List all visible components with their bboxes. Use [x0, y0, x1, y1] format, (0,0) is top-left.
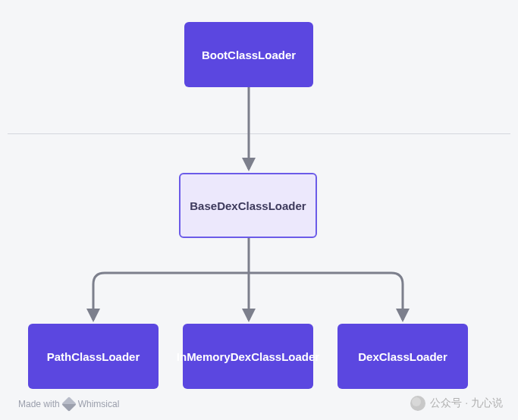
node-inmemorydexclassloader: InMemoryDexClassLoader — [183, 324, 313, 389]
node-pathclassloader: PathClassLoader — [28, 324, 159, 389]
brand-label: Whimsical — [78, 399, 120, 409]
wechat-icon — [410, 396, 425, 411]
made-with-label: Made with — [18, 399, 60, 409]
edge-base-to-dex — [249, 273, 403, 320]
node-label: InMemoryDexClassLoader — [177, 350, 319, 363]
node-label: BaseDexClassLoader — [190, 199, 306, 212]
node-label: BootClassLoader — [202, 49, 296, 61]
watermark-wechat: 公众号 · 九心说 — [410, 396, 503, 411]
node-basedexclassloader: BaseDexClassLoader — [179, 173, 317, 238]
wechat-label: 公众号 · 九心说 — [430, 396, 503, 410]
whimsical-icon — [61, 396, 77, 412]
node-label: PathClassLoader — [47, 350, 140, 363]
node-label: DexClassLoader — [358, 350, 447, 363]
edge-base-to-path — [93, 273, 249, 320]
section-divider — [8, 133, 510, 134]
watermark-whimsical: Made with Whimsical — [18, 399, 119, 409]
node-dexclassloader: DexClassLoader — [337, 324, 468, 389]
node-bootclassloader: BootClassLoader — [184, 22, 313, 87]
